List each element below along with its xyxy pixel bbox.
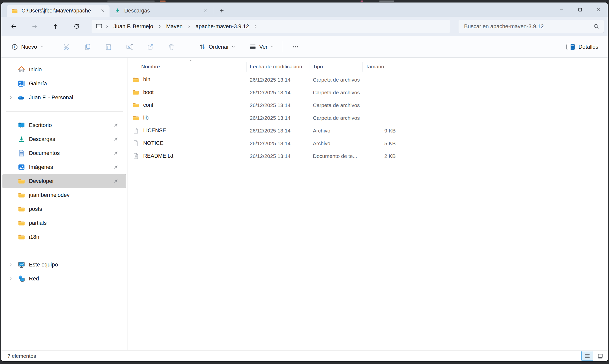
breadcrumb[interactable]: Juan F. BermejoMavenapache-maven-3.9.12 [92, 20, 450, 33]
details-pane-toggle[interactable]: Detalles [563, 40, 601, 54]
desktop-icon [18, 121, 25, 129]
share-button[interactable] [142, 40, 158, 54]
sidebar-item-descargas[interactable]: Descargas [3, 132, 126, 146]
cut-button[interactable] [59, 40, 75, 54]
file-icon [132, 127, 139, 134]
tab-close-button[interactable] [98, 6, 107, 15]
file-row-notice[interactable]: NOTICE26/12/2025 13:14Archivo5 KB [127, 137, 605, 150]
chevron-right-icon [9, 96, 13, 100]
breadcrumb-segment-juan-f-bermejo[interactable]: Juan F. Bermejo [111, 21, 156, 32]
view-button[interactable]: Ver [246, 40, 277, 54]
file-row-lib[interactable]: lib26/12/2025 13:14Carpeta de archivos [127, 112, 605, 124]
more-options-button[interactable] [288, 40, 302, 54]
sidebar-item-escritorio[interactable]: Escritorio [3, 118, 126, 132]
expander-spacer [9, 67, 17, 73]
breadcrumb-segment-maven[interactable]: Maven [163, 21, 186, 32]
sidebar-item-label: Developer [29, 178, 113, 184]
file-modified: 26/12/2025 13:14 [247, 128, 310, 134]
expand-chevron[interactable] [9, 95, 17, 101]
expander-spacer [9, 206, 17, 212]
file-row-readme-txt[interactable]: README.txt26/12/2025 13:14Documento de t… [127, 150, 605, 162]
file-icon [132, 140, 139, 147]
expand-chevron[interactable] [9, 276, 17, 282]
sidebar-item-red[interactable]: Red [3, 272, 126, 286]
tab-close-button[interactable] [201, 6, 210, 15]
sidebar-item-label: partials [29, 220, 121, 226]
minimize-button[interactable] [552, 2, 571, 17]
sidebar-item-posts[interactable]: posts [3, 202, 126, 216]
sort-ascending-icon [189, 59, 193, 62]
sidebar-item-galer-a[interactable]: Galería [3, 77, 126, 91]
sidebar-item-partials[interactable]: partials [3, 216, 126, 230]
sort-icon [199, 43, 206, 50]
new-button[interactable]: Nuevo [8, 40, 47, 54]
details-pane-icon [566, 43, 575, 50]
tab-c-users-jfber-maven-apache[interactable]: C:\Users\jfber\Maven\apache [7, 5, 110, 17]
onedrive-icon [18, 94, 25, 101]
clipboard-actions [59, 40, 184, 54]
file-name: LICENSE [143, 127, 166, 134]
file-name-cell: README.txt [127, 153, 247, 159]
desktop: { "tabs": { "items": [ { "title": "C:\\U… [0, 0, 609, 364]
maximize-button[interactable] [571, 2, 589, 17]
folder-icon [18, 205, 25, 213]
background-window-sliver [0, 0, 609, 2]
tab-divider [214, 7, 214, 14]
command-toolbar: Nuevo Ordenar Ver Detalles [1, 36, 608, 58]
chevron-right-icon [9, 263, 13, 267]
sidebar-item-documentos[interactable]: Documentos [3, 146, 126, 160]
file-name-cell: NOTICE [127, 140, 247, 147]
sidebar-item-i18n[interactable]: i18n [3, 230, 126, 244]
file-row-conf[interactable]: conf26/12/2025 13:14Carpeta de archivos [127, 99, 605, 112]
file-size: 9 KB [363, 128, 397, 134]
breadcrumb-segment-apache-maven-3-9-12[interactable]: apache-maven-3.9.12 [193, 21, 252, 32]
sidebar-item-juan-f-personal[interactable]: Juan F. - Personal [3, 91, 126, 105]
column-header-tipo[interactable]: Tipo [310, 62, 363, 72]
list-view-button[interactable] [581, 351, 593, 361]
rename-button[interactable] [122, 40, 137, 54]
new-tab-button[interactable] [217, 5, 227, 15]
column-header-tama-o[interactable]: Tamaño [363, 62, 397, 72]
paste-button[interactable] [101, 40, 117, 54]
file-name-cell: lib [127, 115, 247, 121]
search-input[interactable] [464, 23, 593, 30]
file-modified: 26/12/2025 13:14 [247, 140, 310, 146]
sidebar-item-label: Juan F. - Personal [29, 94, 121, 101]
column-header-nombre[interactable]: Nombre [127, 62, 247, 72]
arrow-left-button[interactable] [8, 20, 20, 32]
file-list-pane: NombreFecha de modificaciónTipoTamaño bi… [127, 58, 608, 350]
file-row-boot[interactable]: boot26/12/2025 13:14Carpeta de archivos [127, 86, 605, 99]
sidebar-item-inicio[interactable]: Inicio [3, 63, 126, 77]
file-type: Archivo [310, 140, 363, 146]
file-type: Carpeta de archivos [310, 102, 363, 108]
file-row-bin[interactable]: bin26/12/2025 13:14Carpeta de archivos [127, 73, 605, 86]
close-button[interactable] [589, 2, 608, 17]
column-header-fecha-de-modificaci-n[interactable]: Fecha de modificación [247, 62, 310, 72]
cut-icon [63, 43, 70, 51]
pin-icon [113, 164, 119, 170]
sidebar-item-im-genes[interactable]: Imágenes [3, 160, 126, 174]
download-icon [18, 135, 25, 143]
tab-strip: C:\Users\jfber\Maven\apacheDescargas [7, 2, 212, 17]
file-row-license[interactable]: LICENSE26/12/2025 13:14Archivo9 KB [127, 124, 605, 137]
sidebar-item-este-equipo[interactable]: Este equipo [3, 258, 126, 272]
sort-button[interactable]: Ordenar [196, 40, 239, 54]
delete-button[interactable] [163, 40, 179, 54]
icons-view-button[interactable] [594, 351, 606, 361]
tab-descargas[interactable]: Descargas [110, 5, 212, 17]
expand-chevron[interactable] [9, 262, 17, 268]
folder-icon [18, 219, 25, 227]
sidebar-item-developer[interactable]: Developer [3, 174, 126, 188]
sidebar-item-juanfbermejodev[interactable]: juanfbermejodev [3, 188, 126, 202]
sidebar-separator [6, 251, 123, 251]
copy-button[interactable] [80, 40, 96, 54]
arrow-up-button[interactable] [50, 20, 62, 32]
sidebar-item-label: Inicio [29, 66, 121, 73]
column-header-label: Tamaño [365, 64, 384, 70]
file-name: boot [143, 89, 154, 96]
window-controls [552, 2, 608, 17]
sort-button-label: Ordenar [209, 44, 229, 50]
refresh-button[interactable] [71, 20, 83, 32]
view-list-icon [249, 43, 256, 50]
view-button-label: Ver [259, 44, 267, 50]
